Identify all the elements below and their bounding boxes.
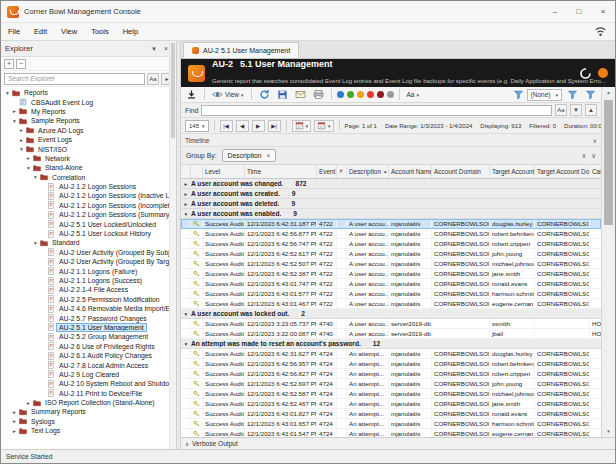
table-row[interactable]: Success Audit12/1/2023 6:42:52.387 PM472…: [181, 269, 601, 279]
grid-scrollbar[interactable]: ▲ ▼: [601, 87, 615, 437]
tree-item[interactable]: AU-2 2.1-4 File Access: [1, 285, 176, 294]
severity-dot-5[interactable]: [387, 91, 394, 98]
tree-item[interactable]: AU-2 2.5 Permission Modification: [1, 295, 176, 304]
chevron-down-icon[interactable]: ▾: [181, 341, 191, 347]
tree-item[interactable]: AU-2 1.2 Logon Sessions: [1, 182, 176, 191]
severity-dot-3[interactable]: [367, 91, 374, 98]
table-row[interactable]: Success Audit12/1/2023 6:42:52.587 PM472…: [181, 389, 601, 399]
group-row[interactable]: ▸A user account was deleted.9: [181, 199, 601, 209]
column-header-level[interactable]: Level: [203, 165, 245, 178]
chevron-right-icon[interactable]: ▸: [11, 418, 18, 424]
explorer-scrollbar[interactable]: [169, 41, 176, 449]
chevron-down-icon[interactable]: ▾: [181, 311, 191, 317]
table-row[interactable]: Success Audit12/1/2023 6:42:31.627 PM472…: [181, 349, 601, 359]
tab-user-management[interactable]: AU-2 5.1 User Management: [183, 42, 299, 58]
table-row[interactable]: Success Audit12/1/2023 6:42:52.617 PM472…: [181, 249, 601, 259]
maximize-button[interactable]: □: [567, 1, 591, 22]
group-row[interactable]: ▸A user account was created.9: [181, 189, 601, 199]
page-size-input[interactable]: 145 ▾: [185, 120, 209, 132]
table-row[interactable]: Success Audit12/1/2023 6:43:01.577 PM472…: [181, 289, 601, 299]
group-by-chip-description[interactable]: Description ×: [222, 149, 277, 162]
find-match-case-button[interactable]: Aa: [555, 104, 567, 116]
minimize-button[interactable]: –: [543, 1, 567, 22]
chevron-down-icon[interactable]: ▾: [32, 240, 39, 246]
tree-item[interactable]: AU-2 1.2 Logon Sessions (Incomplete): [1, 201, 176, 210]
tree-item[interactable]: AU-2 1.1 Logons (Failure): [1, 266, 176, 275]
tree-item[interactable]: ▾Reports: [1, 88, 176, 97]
menu-item-edit[interactable]: Edit: [27, 27, 54, 36]
chevron-right-icon[interactable]: ▸: [181, 191, 191, 197]
tree-item[interactable]: ▸Syslogs: [1, 417, 176, 426]
chevron-down-icon[interactable]: ▾: [32, 174, 39, 180]
match-case-button[interactable]: Aa: [147, 73, 159, 85]
clear-filter-button[interactable]: [583, 88, 598, 101]
tree-item[interactable]: ▸Event Logs: [1, 135, 176, 144]
expand-all-button[interactable]: +: [4, 59, 14, 69]
verbose-output-bar[interactable]: ∧ Verbose Output: [181, 437, 615, 449]
column-header-account-name[interactable]: Account Name: [389, 165, 432, 178]
grid-scrollbar-thumb[interactable]: [604, 100, 613, 225]
menu-item-file[interactable]: File: [1, 27, 27, 36]
edit-filter-button[interactable]: [565, 88, 580, 101]
end-date-picker[interactable]: ▾: [314, 120, 334, 132]
severity-dot-1[interactable]: [347, 91, 354, 98]
tree-item[interactable]: ▸Text Logs: [1, 426, 176, 435]
tree-item[interactable]: AU-2 User Activity (Grouped By Target Ac…: [1, 257, 176, 266]
find-previous-button[interactable]: ▲: [585, 104, 597, 116]
menu-item-help[interactable]: Help: [116, 27, 145, 36]
tree-item[interactable]: ▾Correlation: [1, 173, 176, 182]
column-header-target-account-name[interactable]: Target Account Name: [490, 165, 535, 178]
explorer-scrollbar-thumb[interactable]: [171, 43, 175, 138]
tree-item[interactable]: ▾Standard: [1, 238, 176, 247]
expand-all-groups-button[interactable]: ∧: [581, 152, 586, 160]
tree-item[interactable]: ▸Summary Reports: [1, 407, 176, 416]
column-header-icon[interactable]: [191, 165, 203, 178]
table-row[interactable]: Success Audit12/1/2023 6:43:01.547 PM472…: [181, 429, 601, 437]
first-page-button[interactable]: |◀: [220, 120, 233, 132]
table-row[interactable]: Success Audit12/1/2023 6:42:56.957 PM472…: [181, 359, 601, 369]
table-row[interactable]: Success Audit12/1/2023 6:42:31.187 PM472…: [181, 219, 601, 229]
column-header-time[interactable]: Time: [245, 165, 317, 178]
group-row[interactable]: ▾An attempt was made to reset an account…: [181, 339, 601, 349]
scroll-up-icon[interactable]: ▲: [602, 87, 615, 98]
chevron-right-icon[interactable]: ▸: [11, 108, 18, 114]
group-row[interactable]: ▾A user account was locked out.2: [181, 309, 601, 319]
chevron-right-icon[interactable]: ▸: [181, 201, 191, 207]
severity-dot-0[interactable]: [337, 91, 344, 98]
table-row[interactable]: Success Audit12/1/2023 6:42:56.747 PM472…: [181, 239, 601, 249]
chevron-right-icon[interactable]: ▸: [11, 409, 18, 415]
close-button[interactable]: ×: [591, 1, 615, 22]
table-row[interactable]: Success Audit12/1/2023 6:43:01.657 PM472…: [181, 419, 601, 429]
find-input[interactable]: [201, 105, 552, 116]
chevron-down-icon[interactable]: ▾: [181, 211, 191, 217]
table-row[interactable]: Success Audit12/1/2023 3:22:00.087 PM474…: [181, 329, 601, 339]
chevron-right-icon[interactable]: ▸: [25, 400, 32, 406]
table-row[interactable]: Success Audit12/1/2023 6:43:01.827 PM472…: [181, 409, 601, 419]
scroll-down-icon[interactable]: ▼: [602, 426, 615, 437]
table-row[interactable]: Success Audit12/1/2023 6:43:01.467 PM472…: [181, 299, 601, 309]
tree-item[interactable]: ▸ISO Report Collection (Stand-Alone): [1, 398, 176, 407]
tree-item[interactable]: AU-2 7.8 Local Admin Access: [1, 360, 176, 369]
tree-item[interactable]: AU-2 5.1 User Locked/Unlocked: [1, 219, 176, 228]
refresh-ring-icon[interactable]: [579, 67, 592, 80]
tree-item[interactable]: AU-2 4.6 Removable Media Import/Export: [1, 304, 176, 313]
table-row[interactable]: Success Audit12/1/2023 6:42:56.877 PM472…: [181, 229, 601, 239]
email-button[interactable]: [293, 88, 308, 101]
tree-item[interactable]: ▸My Reports: [1, 107, 176, 116]
column-header-caller-computer[interactable]: Caller Com...: [590, 165, 601, 178]
table-row[interactable]: Success Audit12/1/2023 6:42:56.827 PM472…: [181, 369, 601, 379]
menu-item-view[interactable]: View: [54, 27, 84, 36]
group-row[interactable]: ▾A user account was enabled.9: [181, 209, 601, 219]
last-page-button[interactable]: ▶|: [268, 120, 281, 132]
print-button[interactable]: [311, 88, 326, 101]
tree-item[interactable]: AU-2 User Activity (Grouped By Subject A…: [1, 248, 176, 257]
chevron-down-icon[interactable]: ▾: [18, 146, 25, 152]
tree-item[interactable]: AU-2 1.2 Logon Sessions (Summary): [1, 210, 176, 219]
start-date-picker[interactable]: ▾: [292, 120, 312, 132]
tree-item[interactable]: ▸Azure AD Logs: [1, 126, 176, 135]
tree-item[interactable]: AU-2 1.2 Logon Sessions (Inactive Local …: [1, 191, 176, 200]
search-input[interactable]: [4, 73, 145, 85]
collapse-all-button[interactable]: −: [16, 59, 26, 69]
table-row[interactable]: Success Audit12/1/2023 6:42:52.467 PM472…: [181, 399, 601, 409]
find-next-button[interactable]: ▼: [570, 104, 582, 116]
